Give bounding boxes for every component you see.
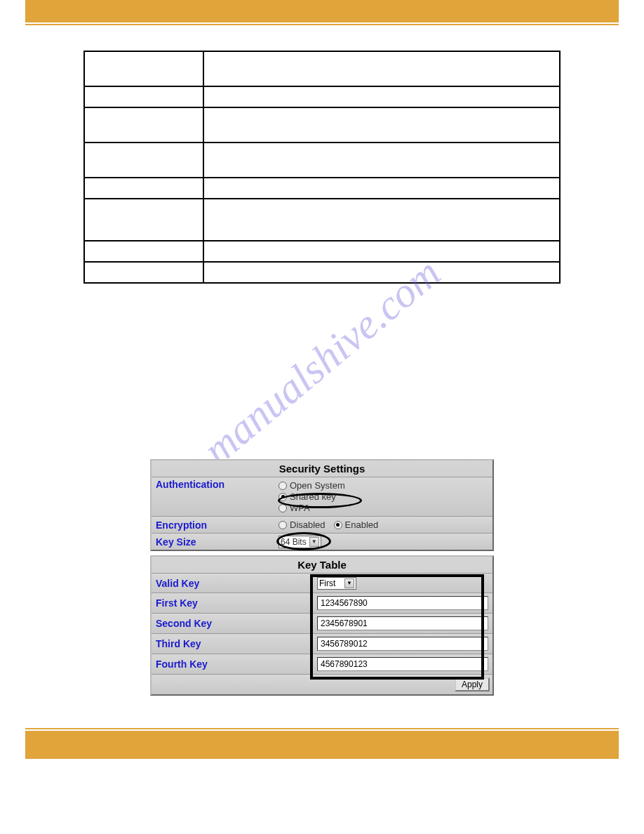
security-settings-panel: Security Settings Authentication Open Sy… — [150, 459, 494, 551]
radio-icon — [279, 493, 287, 501]
table-row — [84, 86, 560, 107]
encryption-disabled-option[interactable]: Disabled — [279, 519, 326, 530]
security-settings-title: Security Settings — [152, 461, 492, 477]
auth-open-system-option[interactable]: Open System — [279, 480, 488, 491]
chevron-down-icon: ▼ — [309, 537, 319, 547]
radio-icon — [279, 521, 287, 529]
authentication-row: Authentication Open System Shared key WP… — [152, 477, 492, 516]
authentication-options: Open System Shared key WPA — [279, 479, 488, 515]
key-size-label: Key Size — [156, 536, 279, 548]
second-key-row: Second Key — [152, 613, 492, 633]
table-row — [84, 199, 560, 241]
first-key-input[interactable] — [317, 596, 488, 610]
table-row — [84, 262, 560, 283]
encryption-enabled-option[interactable]: Enabled — [334, 519, 379, 530]
key-size-select[interactable]: 64 Bits ▼ — [279, 536, 321, 548]
encryption-disabled-label: Disabled — [290, 519, 326, 530]
apply-button[interactable]: Apply — [455, 677, 490, 691]
third-key-row: Third Key — [152, 633, 492, 654]
table-row — [84, 107, 560, 143]
parameters-table — [83, 51, 561, 284]
second-key-input[interactable] — [317, 616, 488, 630]
fourth-key-row: Fourth Key — [152, 654, 492, 674]
valid-key-value: First — [319, 578, 335, 588]
auth-wpa-label: WPA — [290, 503, 310, 513]
radio-icon — [279, 482, 287, 490]
radio-icon — [279, 504, 287, 512]
auth-shared-key-label: Shared key — [290, 491, 336, 502]
auth-shared-key-option[interactable]: Shared key — [279, 491, 488, 502]
first-key-label: First Key — [156, 597, 317, 609]
security-settings-section: Security Settings Authentication Open Sy… — [150, 459, 494, 696]
page-bottom-bar — [25, 731, 619, 759]
table-row — [84, 178, 560, 199]
key-table-panel: Key Table Valid Key First ▼ First Key Se… — [150, 555, 494, 696]
fourth-key-input[interactable] — [317, 657, 488, 671]
key-size-row: Key Size 64 Bits ▼ — [152, 533, 492, 550]
third-key-label: Third Key — [156, 638, 317, 649]
authentication-label: Authentication — [156, 479, 279, 490]
radio-icon — [334, 521, 342, 529]
auth-wpa-option[interactable]: WPA — [279, 503, 488, 513]
second-key-label: Second Key — [156, 618, 317, 629]
auth-open-system-label: Open System — [290, 480, 345, 491]
valid-key-select[interactable]: First ▼ — [317, 577, 356, 590]
table-row — [84, 143, 560, 178]
third-key-input[interactable] — [317, 637, 488, 651]
valid-key-row: Valid Key First ▼ — [152, 573, 492, 593]
encryption-options: Disabled Enabled — [279, 519, 488, 530]
table-row — [84, 241, 560, 262]
page-content: manualshive.com Security Settings Authen… — [25, 22, 619, 710]
key-size-value: 64 Bits — [281, 537, 307, 547]
key-table-title: Key Table — [152, 557, 492, 573]
table-row — [84, 51, 560, 86]
encryption-enabled-label: Enabled — [345, 519, 379, 530]
apply-row: Apply — [152, 674, 492, 694]
page-top-bar — [25, 0, 619, 22]
encryption-row: Encryption Disabled Enabled — [152, 516, 492, 533]
chevron-down-icon: ▼ — [344, 578, 354, 588]
valid-key-label: Valid Key — [156, 578, 317, 589]
encryption-label: Encryption — [156, 519, 279, 531]
first-key-row: First Key — [152, 593, 492, 613]
fourth-key-label: Fourth Key — [156, 658, 317, 670]
